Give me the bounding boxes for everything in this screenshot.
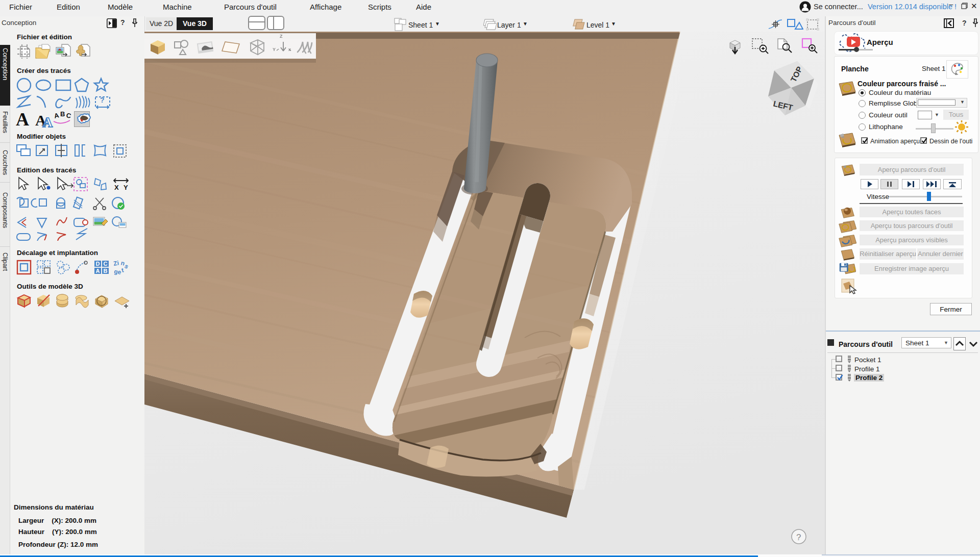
svg-text:C: C [65,111,72,120]
svg-text:B: B [60,110,65,118]
svg-text:A: A [42,114,53,128]
svg-text:C: C [104,261,108,267]
svg-text:Zi: Zi [113,259,119,267]
svg-text:D: D [96,261,100,267]
svg-text:A: A [54,111,60,120]
svg-text:ge: ge [114,268,122,275]
svg-text:Y: Y [273,47,276,52]
svg-text:A: A [16,110,29,128]
svg-text:A: A [96,268,100,274]
svg-text:?: ? [796,533,801,542]
svg-text:?: ? [100,96,105,104]
svg-text:B: B [104,268,108,274]
svg-text:x: x [288,47,291,52]
svg-text:Z: Z [280,34,283,39]
svg-text:X: X [114,184,119,191]
svg-text:Y: Y [124,184,128,191]
